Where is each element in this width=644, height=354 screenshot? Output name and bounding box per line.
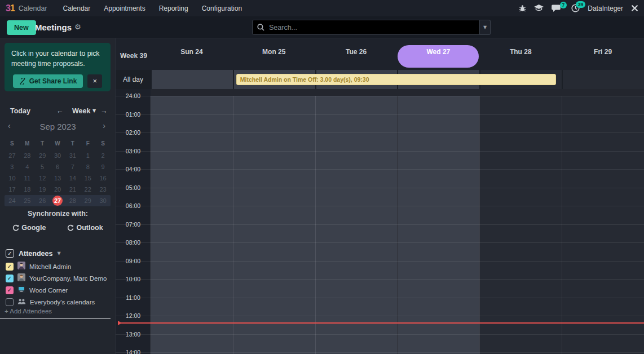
scale-selector[interactable]: Week ▼ (70, 106, 98, 116)
mini-cal-week-row: 3456789 (5, 161, 111, 172)
day-header-thu-28[interactable]: Thu 28 (479, 38, 562, 70)
allday-cell[interactable] (151, 70, 233, 89)
mini-cal-day[interactable]: 26 (35, 195, 50, 206)
attendee-label: YourCompany, Marc Demo (29, 275, 107, 282)
allday-row: All day Mitchell Admin on Time Off: 3.00… (116, 70, 644, 89)
mini-cal-day[interactable]: 28 (20, 150, 35, 161)
mini-cal-day[interactable]: 4 (20, 161, 35, 172)
sidebar: Click in your calendar to pick meeting t… (0, 38, 116, 354)
day-header-label: Fri 29 (562, 48, 644, 56)
attendee-checkbox[interactable] (6, 298, 14, 306)
attendees-header[interactable]: ✓ Attendees ▼ (6, 249, 61, 258)
timeoff-event-banner[interactable]: Mitchell Admin on Time Off: 3.00 day(s),… (236, 74, 556, 85)
mini-cal-day[interactable]: 18 (20, 184, 35, 195)
attendee-filter-row[interactable]: ✓Wood Corner (6, 284, 113, 296)
week-number-label: Week 39 (120, 52, 147, 60)
attendee-filter-row[interactable]: Everybody's calendars (6, 296, 113, 308)
mini-cal-day[interactable]: 31 (65, 150, 80, 161)
hour-gridline (116, 132, 644, 133)
mini-cal-day[interactable]: 6 (50, 161, 65, 172)
mini-cal-day[interactable]: 17 (5, 184, 20, 195)
mini-cal-day[interactable]: 28 (65, 195, 80, 206)
mini-cal-day[interactable]: 30 (50, 150, 65, 161)
mini-cal-day[interactable]: 11 (20, 172, 35, 184)
allday-cell[interactable] (562, 70, 644, 89)
search-box[interactable] (252, 20, 480, 35)
mini-cal-day[interactable]: 29 (80, 195, 95, 206)
menu-item-reporting[interactable]: Reporting (153, 2, 194, 15)
mini-cal-day[interactable]: 1 (80, 150, 95, 161)
month-next-icon[interactable]: › (103, 121, 105, 130)
mini-cal-day[interactable]: 27 (5, 150, 20, 161)
mini-cal-day[interactable]: 5 (35, 161, 50, 172)
mini-cal-day[interactable]: 22 (80, 184, 95, 195)
activities-badge: 39 (576, 1, 585, 8)
time-grid[interactable]: 24:0001:0002:0003:0004:0005:0006:0007:00… (116, 89, 644, 354)
mini-cal-day[interactable]: 20 (50, 184, 65, 195)
next-arrow-icon[interactable]: → (98, 106, 110, 116)
user-menu[interactable]: DataInteger (588, 5, 623, 12)
day-header-sun-24[interactable]: Sun 24 (151, 38, 233, 70)
hour-gridline (116, 169, 644, 170)
prev-arrow-icon[interactable]: ← (54, 106, 66, 116)
day-header-mon-25[interactable]: Mon 25 (233, 38, 315, 70)
bug-icon[interactable] (519, 5, 526, 12)
attendee-checkbox[interactable]: ✓ (6, 286, 14, 294)
attendees-master-checkbox[interactable]: ✓ (6, 249, 14, 258)
mini-cal-day[interactable]: 25 (20, 195, 35, 206)
mini-cal-day[interactable]: 9 (95, 161, 111, 172)
tools-icon[interactable] (631, 5, 638, 12)
day-header-wed-27[interactable]: Wed 27 (397, 38, 479, 70)
activities-clock-icon[interactable]: 39 (571, 4, 580, 12)
mini-cal-day[interactable]: 3 (5, 161, 20, 172)
app-brand[interactable]: 31 Calendar (6, 3, 47, 14)
new-button[interactable]: New (7, 20, 36, 35)
mini-cal-day[interactable]: 19 (35, 184, 50, 195)
attendee-checkbox[interactable]: ✓ (6, 263, 14, 271)
mini-cal-day[interactable]: 23 (95, 184, 111, 195)
settings-gear-icon[interactable]: ⚙ (74, 23, 81, 31)
today-button[interactable]: Today (8, 106, 33, 116)
mini-cal-day[interactable]: 13 (50, 172, 65, 184)
hour-gridline (116, 279, 644, 280)
mini-cal-day[interactable]: 30 (95, 195, 111, 206)
mini-cal-day[interactable]: 8 (80, 161, 95, 172)
group-avatar-icon (17, 297, 26, 307)
day-header-tue-26[interactable]: Tue 26 (315, 38, 398, 70)
mini-cal-day[interactable]: 10 (5, 172, 20, 184)
hour-label: 24:00 (116, 92, 151, 99)
mini-cal-day[interactable]: 29 (35, 150, 50, 161)
mini-cal-day-selected[interactable]: 27 (50, 195, 65, 206)
day-header-label: Sun 24 (151, 48, 233, 56)
mini-cal-day[interactable]: 16 (95, 172, 111, 184)
day-header-fri-29[interactable]: Fri 29 (562, 38, 644, 70)
add-attendees-link[interactable]: + Add Attendees (5, 308, 52, 315)
hour-gridline (116, 316, 644, 316)
search-input[interactable] (268, 23, 475, 32)
attendees-list: ✓Mitchell Admin✓YourCompany, Marc Demo✓W… (6, 260, 113, 308)
sync-outlook-button[interactable]: Outlook (64, 223, 106, 232)
hint-close-button[interactable]: × (87, 74, 102, 88)
menu-item-calendar[interactable]: Calendar (58, 2, 96, 15)
mini-cal-day[interactable]: 21 (65, 184, 80, 195)
menu-item-appointments[interactable]: Appointments (98, 2, 151, 15)
mini-cal-day[interactable]: 15 (80, 172, 95, 184)
discuss-chat-icon[interactable]: 7 (552, 5, 561, 12)
get-share-link-button[interactable]: Get Share Link (13, 74, 83, 88)
sync-google-button[interactable]: Google (9, 223, 49, 232)
attendee-checkbox[interactable]: ✓ (6, 275, 14, 282)
search-dropdown-button[interactable]: ▼ (480, 20, 491, 35)
mini-cal-day[interactable]: 7 (65, 161, 80, 172)
mini-cal-day[interactable]: 12 (35, 172, 50, 184)
attendee-filter-row[interactable]: ✓YourCompany, Marc Demo (6, 272, 113, 284)
search-bar: ▼ (252, 20, 491, 35)
graduation-cap-icon[interactable] (534, 5, 544, 12)
attendee-filter-row[interactable]: ✓Mitchell Admin (6, 260, 113, 272)
navbar-menu: CalendarAppointmentsReportingConfigurati… (58, 2, 248, 15)
mini-cal-day[interactable]: 14 (65, 172, 80, 184)
calendar-header: Week 39 Sun 24Mon 25Tue 26Wed 27Thu 28Fr… (116, 38, 644, 70)
hour-label: 01:00 (116, 111, 151, 118)
mini-cal-day[interactable]: 24 (5, 195, 20, 206)
mini-cal-day[interactable]: 2 (95, 150, 111, 161)
menu-item-configuration[interactable]: Configuration (196, 2, 248, 15)
